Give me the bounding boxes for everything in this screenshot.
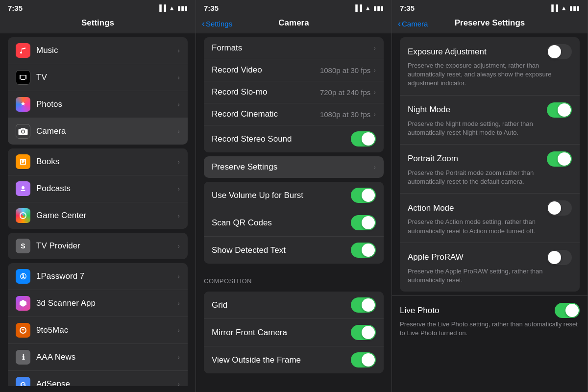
photocapture-header: PHOTO CAPTURE: [196, 377, 392, 386]
settings-item-photos[interactable]: Photos ›: [8, 91, 188, 118]
settings-title: Settings: [81, 18, 114, 27]
camera-settings-list[interactable]: Formats › Record Video 1080p at 30 fps ›…: [196, 33, 392, 386]
camera-item-recordcinematic[interactable]: Record Cinematic 1080p at 30 fps ›: [204, 103, 384, 125]
recordslomo-label: Record Slo-mo: [212, 87, 320, 97]
adsense-label: AdSense: [36, 379, 177, 386]
camera-item-showdetected[interactable]: Show Detected Text: [204, 237, 384, 264]
preserve-item-nightmode[interactable]: Night Mode Preserve the Night mode setti…: [400, 96, 580, 145]
status-icons-2: ▐▐ ▲ ▮▮▮: [353, 4, 384, 12]
volumeburst-label: Use Volume Up for Burst: [212, 191, 351, 200]
aaanews-label: AAA News: [36, 352, 177, 362]
viewoutside-label: View Outside the Frame: [212, 355, 351, 365]
camera-nav-bar: ‹ Settings Camera: [196, 14, 392, 33]
camera-item-recordslomo[interactable]: Record Slo-mo 720p at 240 fps ›: [204, 81, 384, 103]
signal-icon: ▐▐: [157, 4, 166, 12]
settings-item-camera[interactable]: Camera ›: [8, 118, 188, 145]
status-time-2: 7:35: [204, 4, 219, 12]
adsense-icon: G: [16, 377, 30, 386]
settings-item-adsense[interactable]: G AdSense ›: [8, 371, 188, 386]
settings-item-tvprovider[interactable]: S TV Provider ›: [8, 233, 188, 259]
recordcinematic-value: 1080p at 30 fps: [320, 110, 370, 119]
tv-label: TV: [36, 73, 177, 82]
camera-back-button[interactable]: ‹ Settings: [202, 19, 232, 28]
appleproraw-title: Apple ProRAW: [408, 252, 464, 262]
settings-item-books[interactable]: Books ›: [8, 148, 188, 175]
preserve-item-exposure[interactable]: Exposure Adjustment Preserve the exposur…: [400, 37, 580, 96]
scanqr-toggle[interactable]: [351, 215, 376, 230]
settings-item-gamecenter[interactable]: Game Center ›: [8, 202, 188, 229]
camera-item-scanqr[interactable]: Scan QR Codes: [204, 209, 384, 237]
3dscanner-icon: [16, 296, 30, 311]
exposure-desc: Preserve the exposure adjustment, rather…: [408, 61, 572, 88]
appleproraw-toggle[interactable]: [547, 250, 572, 265]
settings-list[interactable]: Music › TV › Photos › C: [0, 33, 196, 386]
camera-item-mirrorcamera[interactable]: Mirror Front Camera: [204, 319, 384, 346]
preserve-back-button[interactable]: ‹ Camera: [398, 19, 428, 28]
panel-preserve-settings: 7:35 ▐▐ ▲ ▮▮▮ ‹ Camera Preserve Settings…: [392, 0, 588, 392]
preserve-item-appleproraw[interactable]: Apple ProRAW Preserve the Apple ProRAW s…: [400, 243, 580, 292]
exposure-toggle[interactable]: [547, 44, 572, 59]
recordvideo-chevron: ›: [373, 66, 376, 74]
photos-chevron: ›: [177, 100, 180, 108]
preserve-nav-bar: ‹ Camera Preserve Settings: [392, 14, 588, 33]
recordcinematic-chevron: ›: [373, 110, 376, 118]
camera-nav-title: Camera: [278, 18, 309, 27]
nightmode-toggle[interactable]: [547, 102, 572, 118]
preserve-item-portraitzoom[interactable]: Portrait Zoom Preserve the Portrait mode…: [400, 145, 580, 194]
portraitzoom-title: Portrait Zoom: [408, 154, 458, 164]
photos-label: Photos: [36, 99, 177, 109]
signal-icon-3: ▐▐: [549, 4, 558, 12]
camera-item-preservesettings[interactable]: Preserve Settings ›: [204, 156, 384, 178]
mirrorcamera-toggle[interactable]: [351, 325, 376, 340]
showdetected-toggle[interactable]: [351, 243, 376, 258]
recordcinematic-label: Record Cinematic: [212, 109, 320, 119]
preserve-item-actionmode[interactable]: Action Mode Preserve the Action mode set…: [400, 194, 580, 243]
preservesettings-chevron: ›: [373, 163, 376, 171]
camera-item-viewoutside[interactable]: View Outside the Frame: [204, 346, 384, 373]
podcasts-icon: [16, 181, 30, 196]
preserve-item-livephoto[interactable]: Live Photo Preserve the Live Photo setti…: [392, 295, 588, 344]
nightmode-desc: Preserve the Night mode setting, rather …: [408, 120, 572, 137]
portraitzoom-toggle[interactable]: [547, 151, 572, 167]
livephoto-toggle[interactable]: [555, 303, 580, 318]
aaanews-chevron: ›: [177, 353, 180, 361]
livephoto-desc: Preserve the Live Photo setting, rather …: [400, 320, 580, 338]
settings-group-2: Books › Podcasts › Game Center ›: [8, 148, 188, 229]
viewoutside-toggle[interactable]: [351, 352, 376, 368]
grid-toggle[interactable]: [351, 297, 376, 313]
preserve-back-label: Camera: [402, 20, 428, 28]
wifi-icon: ▲: [169, 4, 175, 12]
panel-camera: 7:35 ▐▐ ▲ ▮▮▮ ‹ Settings Camera Formats …: [196, 0, 392, 392]
livephoto-section: Live Photo Preserve the Live Photo setti…: [392, 295, 588, 344]
camera-item-recordstereo[interactable]: Record Stereo Sound: [204, 125, 384, 152]
books-icon: [16, 154, 30, 169]
camera-item-volumeburst[interactable]: Use Volume Up for Burst: [204, 182, 384, 209]
settings-item-1password[interactable]: ① 1Password 7 ›: [8, 263, 188, 290]
music-chevron: ›: [177, 47, 180, 54]
recordstereo-label: Record Stereo Sound: [212, 134, 351, 144]
settings-item-music[interactable]: Music ›: [8, 37, 188, 64]
recordslomo-value: 720p at 240 fps: [320, 88, 370, 97]
podcasts-chevron: ›: [177, 185, 180, 193]
preserve-settings-list[interactable]: Exposure Adjustment Preserve the exposur…: [392, 33, 588, 386]
recordstereo-toggle[interactable]: [351, 131, 376, 147]
mirrorcamera-label: Mirror Front Camera: [212, 328, 351, 338]
settings-item-3dscanner[interactable]: 3d Scanner App ›: [8, 290, 188, 317]
volumeburst-toggle[interactable]: [351, 188, 376, 203]
settings-item-podcasts[interactable]: Podcasts ›: [8, 175, 188, 202]
settings-item-9to5mac[interactable]: 9to5Mac ›: [8, 317, 188, 344]
showdetected-label: Show Detected Text: [212, 245, 351, 255]
appleproraw-desc: Preserve the Apple ProRAW setting, rathe…: [408, 267, 572, 285]
camera-icon: [16, 124, 30, 139]
settings-item-tv[interactable]: TV ›: [8, 64, 188, 91]
1password-chevron: ›: [177, 272, 180, 280]
status-bar-3: 7:35 ▐▐ ▲ ▮▮▮: [392, 0, 588, 14]
camera-chevron: ›: [177, 127, 180, 135]
camera-item-recordvideo[interactable]: Record Video 1080p at 30 fps ›: [204, 59, 384, 81]
camera-item-grid[interactable]: Grid: [204, 292, 384, 319]
formats-label: Formats: [212, 43, 373, 53]
battery-icon: ▮▮▮: [177, 4, 188, 12]
settings-item-aaanews[interactable]: ℹ AAA News ›: [8, 344, 188, 371]
actionmode-toggle[interactable]: [547, 200, 572, 216]
camera-item-formats[interactable]: Formats ›: [204, 37, 384, 59]
